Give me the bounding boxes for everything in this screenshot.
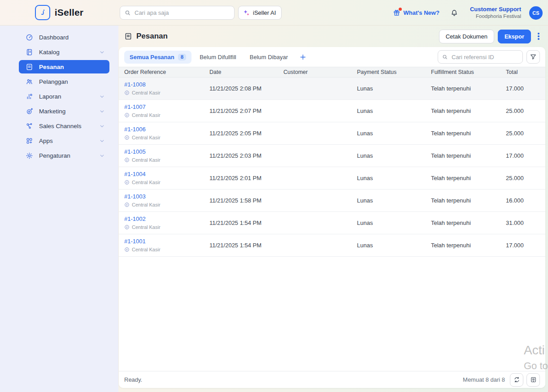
account-name: Customer Support xyxy=(470,6,521,13)
sidebar-item-apps[interactable]: Apps xyxy=(19,134,109,147)
chevron-down-icon xyxy=(99,49,105,55)
payment-status: Lunas xyxy=(357,242,431,249)
sidebar-item-label: Apps xyxy=(39,138,53,144)
tab-semua-pesanan[interactable]: Semua Pesanan8 xyxy=(124,51,191,64)
reference-search xyxy=(438,50,523,64)
channel-label: Central Kasir xyxy=(132,224,161,231)
fulfillment-status: Telah terpenuhi xyxy=(431,130,506,137)
order-reference-cell: #1-1005Central Kasir xyxy=(124,148,209,163)
order-date: 11/21/2025 2:07 PM xyxy=(209,108,283,114)
whats-new-button[interactable]: What's New? xyxy=(393,9,439,17)
receipt-view-button[interactable] xyxy=(526,373,540,387)
filter-button[interactable] xyxy=(526,50,540,64)
order-date: 11/21/2025 2:01 PM xyxy=(209,175,283,181)
order-row-1-1003[interactable]: #1-1003Central Kasir11/21/2025 1:58 PMLu… xyxy=(119,190,545,212)
chevron-down-icon xyxy=(99,108,105,114)
load-count: Memuat 8 dari 8 xyxy=(463,376,505,383)
brand[interactable]: iSeller xyxy=(0,5,118,20)
order-reference-cell: #1-1004Central Kasir xyxy=(124,170,209,185)
marketing-icon xyxy=(26,108,33,115)
order-reference-link[interactable]: #1-1004 xyxy=(124,170,146,178)
gift-icon xyxy=(393,9,400,17)
export-button[interactable]: Ekspor xyxy=(498,30,531,43)
order-row-1-1001[interactable]: #1-1001Central Kasir11/21/2025 1:54 PMLu… xyxy=(119,234,545,257)
order-reference-link[interactable]: #1-1007 xyxy=(124,103,146,111)
channel-label: Central Kasir xyxy=(132,157,161,164)
order-channel: Central Kasir xyxy=(124,157,209,164)
fulfillment-status: Telah terpenuhi xyxy=(431,108,506,114)
ai-button-label: iSeller AI xyxy=(253,9,276,16)
sidebar-item-sales-channels[interactable]: Sales Channels xyxy=(19,119,109,133)
bell-icon[interactable] xyxy=(450,9,458,17)
sales-channels-icon xyxy=(26,122,33,130)
sidebar-item-pengaturan[interactable]: Pengaturan xyxy=(19,149,109,162)
reference-search-input[interactable] xyxy=(438,50,523,64)
order-reference-link[interactable]: #1-1005 xyxy=(124,148,146,156)
order-channel: Central Kasir xyxy=(124,112,209,119)
pos-channel-icon xyxy=(124,135,130,140)
main-content: Pesanan Cetak Dokumen Ekspor Semua Pesan… xyxy=(118,26,548,392)
order-channel: Central Kasir xyxy=(124,90,209,96)
more-options-button[interactable] xyxy=(535,30,543,43)
receipt-icon xyxy=(530,376,537,383)
column-header-total: Total xyxy=(506,69,545,75)
avatar[interactable]: CS xyxy=(529,6,543,20)
sidebar-item-label: Pengaturan xyxy=(39,152,70,159)
kebab-icon xyxy=(538,33,539,34)
order-reference-link[interactable]: #1-1006 xyxy=(124,125,146,134)
order-reference-cell: #1-1002Central Kasir xyxy=(124,215,209,230)
tab-label: Belum Difullfill xyxy=(200,54,236,60)
order-reference-link[interactable]: #1-1001 xyxy=(124,237,146,246)
add-tab-button[interactable] xyxy=(300,54,306,60)
tab-belum-difullfill[interactable]: Belum Difullfill xyxy=(194,51,242,64)
print-document-button[interactable]: Cetak Dokumen xyxy=(439,30,494,43)
status-text: Ready. xyxy=(124,376,142,383)
tab-count-badge: 8 xyxy=(178,54,186,60)
order-row-1-1002[interactable]: #1-1002Central Kasir11/21/2025 1:54 PMLu… xyxy=(119,212,545,234)
order-reference-link[interactable]: #1-1002 xyxy=(124,215,146,223)
order-reference-link[interactable]: #1-1008 xyxy=(124,81,146,89)
global-search xyxy=(120,6,235,20)
sidebar-item-label: Marketing xyxy=(39,108,65,115)
order-row-1-1008[interactable]: #1-1008Central Kasir11/21/2025 2:08 PMLu… xyxy=(119,78,545,100)
channel-label: Central Kasir xyxy=(132,134,161,141)
page-actions: Cetak Dokumen Ekspor xyxy=(439,30,543,43)
order-row-1-1004[interactable]: #1-1004Central Kasir11/21/2025 2:01 PMLu… xyxy=(119,167,545,190)
order-row-1-1007[interactable]: #1-1007Central Kasir11/21/2025 2:07 PMLu… xyxy=(119,100,545,122)
refresh-button[interactable] xyxy=(510,373,523,387)
account-menu[interactable]: Customer Support Foodphoria Festival xyxy=(470,6,521,20)
global-search-input[interactable] xyxy=(120,6,235,20)
order-reference-link[interactable]: #1-1003 xyxy=(124,193,146,201)
pos-channel-icon xyxy=(124,90,130,95)
orders-page-icon xyxy=(124,32,132,40)
sidebar-item-katalog[interactable]: Katalog xyxy=(19,45,109,59)
sidebar-item-marketing[interactable]: Marketing xyxy=(19,104,109,118)
order-row-1-1005[interactable]: #1-1005Central Kasir11/21/2025 2:03 PMLu… xyxy=(119,145,545,167)
order-total: 25.000 xyxy=(506,130,545,137)
tab-belum-dibayar[interactable]: Belum Dibayar xyxy=(244,51,293,64)
fulfillment-status: Telah terpenuhi xyxy=(431,197,506,204)
pos-channel-icon xyxy=(124,112,130,118)
topbar: iSeller iSeller AI What's New? xyxy=(0,0,548,26)
payment-status: Lunas xyxy=(357,175,431,181)
sidebar-item-laporan[interactable]: Laporan xyxy=(19,90,109,103)
column-header-customer: Customer xyxy=(283,69,357,75)
dashboard-icon xyxy=(26,34,33,41)
orders-toolbar: Semua Pesanan8Belum DifullfillBelum Diba… xyxy=(119,47,545,67)
payment-status: Lunas xyxy=(357,108,431,114)
notification-dot xyxy=(399,8,402,11)
refresh-icon xyxy=(513,376,520,383)
order-total: 25.000 xyxy=(506,175,545,181)
order-total: 17.000 xyxy=(506,242,545,249)
order-row-1-1006[interactable]: #1-1006Central Kasir11/21/2025 2:05 PMLu… xyxy=(119,122,545,145)
order-channel: Central Kasir xyxy=(124,246,209,253)
payment-status: Lunas xyxy=(357,220,431,226)
sidebar-item-pesanan[interactable]: Pesanan xyxy=(19,60,109,73)
status-bar: Ready. Memuat 8 dari 8 xyxy=(119,371,545,388)
order-channel: Central Kasir xyxy=(124,134,209,141)
sidebar-item-dashboard[interactable]: Dashboard xyxy=(19,30,109,44)
sidebar-item-label: Pelanggan xyxy=(39,78,68,85)
iseller-ai-button[interactable]: iSeller AI xyxy=(238,6,282,20)
pos-channel-icon xyxy=(124,202,130,207)
sidebar-item-pelanggan[interactable]: Pelanggan xyxy=(19,75,109,88)
